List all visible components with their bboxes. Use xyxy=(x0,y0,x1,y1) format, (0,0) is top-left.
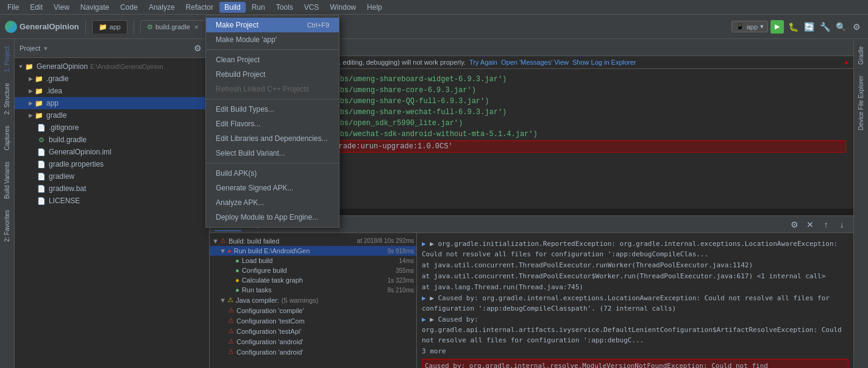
config-android1-label: Configuration 'android' xyxy=(237,338,303,345)
tab-close-icon[interactable]: ✕ xyxy=(193,24,200,31)
module-tab[interactable]: 📁 app xyxy=(92,20,127,34)
menu-item-analyze-apk[interactable]: Analyze APK... xyxy=(206,195,339,210)
menu-navigate[interactable]: Navigate xyxy=(76,2,114,13)
panel-header-actions: ⚙ xyxy=(191,41,204,55)
tree-item-iml[interactable]: 📄 GeneralOpinion.iml xyxy=(15,146,209,158)
tree-item-gradle-properties[interactable]: 📄 gradle.properties xyxy=(15,158,209,170)
menu-item-rebuild-project[interactable]: Rebuild Project xyxy=(206,67,339,82)
menu-build[interactable]: Build xyxy=(219,2,246,13)
menu-item-select-build-variant[interactable]: Select Build Variant... xyxy=(206,146,339,161)
build-panel-actions: ⚙ ✕ ↑ ↓ xyxy=(788,218,848,231)
sidebar-item-device-explorer[interactable]: Device File Explorer xyxy=(855,71,867,135)
app-logo: GeneralOpinion xyxy=(5,21,79,33)
build-tree-config-compile[interactable]: ⚠ Configuration 'compile' xyxy=(210,305,416,316)
folder-icon: 📁 xyxy=(34,86,44,96)
menu-item-make-module[interactable]: Make Module 'app' xyxy=(206,32,339,47)
menu-item-make-project[interactable]: Make Project Ctrl+F9 xyxy=(206,18,339,32)
menu-item-build-apk[interactable]: Build APK(s) xyxy=(206,166,339,181)
dropdown-sep-3 xyxy=(206,163,339,164)
open-messages-link[interactable]: Open 'Messages' View xyxy=(501,59,569,66)
menu-tools[interactable]: Tools xyxy=(271,2,298,13)
tree-label: build.gradle xyxy=(49,135,87,144)
dropdown-sep-1 xyxy=(206,49,339,50)
sidebar-item-captures[interactable]: Captures xyxy=(1,121,13,156)
build-tree-config-android1[interactable]: ⚠ Configuration 'android' xyxy=(210,336,416,347)
menu-edit[interactable]: Edit xyxy=(25,2,48,13)
search-button[interactable]: 🔍 xyxy=(834,20,847,34)
menu-file[interactable]: File xyxy=(2,2,24,13)
output-text-4: at java.lang.Thread.run(Thread.java:745) xyxy=(422,283,583,291)
output-text-3: at java.util.concurrent.ThreadPoolExecut… xyxy=(422,272,825,280)
run-tasks-label: Run tasks xyxy=(242,286,272,294)
gear-icon[interactable]: ⚙ xyxy=(191,41,204,55)
tree-item-gitignore[interactable]: 📄 .gitignore xyxy=(15,121,209,134)
menu-item-clean-project[interactable]: Clean Project xyxy=(206,52,339,67)
menu-view[interactable]: View xyxy=(49,2,74,13)
scroll-to-bottom-icon[interactable]: ↓ xyxy=(835,218,848,231)
build-tree-config-testcom[interactable]: ⚠ Configuration 'testCom xyxy=(210,316,416,326)
try-again-link[interactable]: Try Again xyxy=(469,59,497,66)
settings-icon[interactable]: ⚙ xyxy=(788,218,801,231)
scroll-to-top-icon[interactable]: ↑ xyxy=(819,218,833,231)
warning-icon: ● xyxy=(235,276,240,284)
make-project-label: Make Project xyxy=(216,21,258,29)
tree-item-gradle-dir[interactable]: ▶ 📁 .gradle xyxy=(15,73,209,85)
settings-button[interactable]: ⚙ xyxy=(850,20,863,34)
build-tree-run-tasks[interactable]: ● Run tasks 8s 210ms xyxy=(210,285,416,295)
build-tree-config-testapi[interactable]: ⚠ Configuration 'testApi' xyxy=(210,326,416,336)
menu-analyze[interactable]: Analyze xyxy=(144,2,180,13)
menu-code[interactable]: Code xyxy=(115,2,143,13)
menu-window[interactable]: Window xyxy=(325,2,361,13)
tree-item-build-gradle[interactable]: ⚙ build.gradle xyxy=(15,134,209,146)
build-tree-task-graph[interactable]: ● Calculate task graph 1s 323ms xyxy=(210,275,416,285)
sync-button[interactable]: 🔄 xyxy=(802,20,816,34)
sidebar-item-project[interactable]: 1: Project xyxy=(1,41,13,77)
tree-item-gradle-folder[interactable]: ▶ 📁 gradle xyxy=(15,109,209,121)
menu-item-edit-flavors[interactable]: Edit Flavors... xyxy=(206,117,339,131)
build-tree-configure[interactable]: ● Configure build 355ms xyxy=(210,265,416,275)
sidebar-item-structure[interactable]: 2: Structure xyxy=(1,78,13,120)
debug-button[interactable]: 🐛 xyxy=(786,20,800,34)
edit-flavors-label: Edit Flavors... xyxy=(216,120,260,128)
run-button[interactable]: ▶ xyxy=(770,20,784,34)
file-tab[interactable]: ⚙ build.gradle ✕ xyxy=(140,20,207,34)
gradle-button[interactable]: 🔧 xyxy=(818,20,831,34)
build-tree-load[interactable]: ● Load build 14ms xyxy=(210,256,416,265)
menu-help[interactable]: Help xyxy=(362,2,387,13)
menu-vcs[interactable]: VCS xyxy=(299,2,324,13)
tree-item-app-dir[interactable]: ▶ 📁 app xyxy=(15,97,209,109)
run-tasks-time: 8s 210ms xyxy=(388,287,414,294)
folder-icon: 📁 xyxy=(24,62,34,71)
menu-run[interactable]: Run xyxy=(247,2,270,13)
sidebar-item-variants[interactable]: Build Variants xyxy=(1,157,13,204)
sidebar-item-gradle[interactable]: Gradle xyxy=(855,41,867,70)
menu-refactor[interactable]: Refactor xyxy=(181,2,218,13)
build-tree-run[interactable]: ▼ ● Run build E:\Android\Gen 9s 918ms xyxy=(210,246,416,256)
build-tree-java-compiler[interactable]: ▼ ⚠ Java compiler: (5 warnings) xyxy=(210,295,416,305)
menu-item-refresh-cpp: Refresh Linked C++ Projects xyxy=(206,82,339,96)
tree-item-gradlew[interactable]: 📄 gradlew xyxy=(15,170,209,182)
file-icon: 📄 xyxy=(37,147,46,157)
build-tree-root[interactable]: ▼ ⚠ Build: build failed at 2018/8 10s 29… xyxy=(210,236,416,246)
menu-item-edit-build-types[interactable]: Edit Build Types... xyxy=(206,102,339,117)
build-tree-config-android2[interactable]: ⚠ Configuration 'android' xyxy=(210,347,416,357)
sidebar-item-favorites[interactable]: 2: Favorites xyxy=(1,205,13,247)
tree-label: gradlew xyxy=(49,172,74,181)
close-icon[interactable]: ✕ xyxy=(803,218,817,231)
tree-item-root[interactable]: ▼ 📁 GeneralOpinion E:\Android\GeneralOpi… xyxy=(15,60,209,73)
app-title: GeneralOpinion xyxy=(20,22,79,31)
task-graph-label: Calculate task graph xyxy=(242,276,303,284)
menu-item-edit-libraries[interactable]: Edit Libraries and Dependencies... xyxy=(206,131,339,146)
menu-item-deploy-module[interactable]: Deploy Module to App Engine... xyxy=(206,210,339,225)
menu-item-generate-signed-apk[interactable]: Generate Signed APK... xyxy=(206,181,339,195)
run-config-selector[interactable]: 📱 app ▾ xyxy=(731,21,768,32)
ok-icon: ● xyxy=(235,267,240,274)
tree-label: gradle xyxy=(46,111,66,120)
tree-item-license[interactable]: 📄 LICENSE xyxy=(15,195,209,207)
tree-item-idea-dir[interactable]: ▶ 📁 .idea xyxy=(15,85,209,97)
analyze-apk-label: Analyze APK... xyxy=(216,198,264,207)
tree-item-gradlew-bat[interactable]: 📄 gradlew.bat xyxy=(15,182,209,195)
show-log-link[interactable]: Show Log in Explorer xyxy=(572,59,636,66)
expand-arrow-placeholder xyxy=(29,124,37,131)
load-build-time: 14ms xyxy=(399,258,414,264)
